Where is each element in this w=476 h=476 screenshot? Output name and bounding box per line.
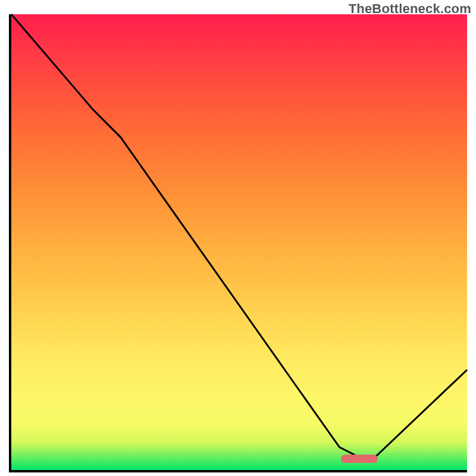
optimal-marker	[341, 455, 378, 463]
chart-container: TheBottleneck.com	[0, 0, 476, 476]
chart-curve	[11, 14, 467, 470]
plot-area	[9, 14, 467, 472]
